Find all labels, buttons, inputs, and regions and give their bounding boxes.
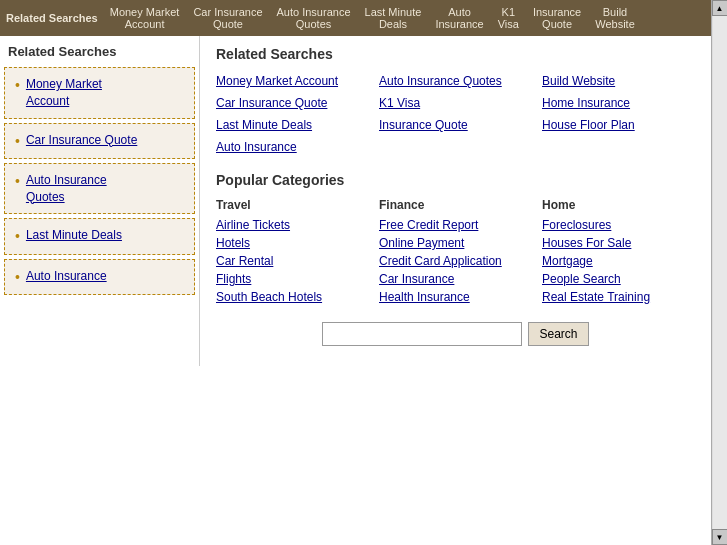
finance-link-1[interactable]: Online Payment bbox=[379, 234, 532, 252]
bullet-icon: • bbox=[15, 132, 20, 150]
scroll-track[interactable] bbox=[713, 16, 727, 529]
travel-link-4[interactable]: South Beach Hotels bbox=[216, 288, 369, 306]
popular-categories-title: Popular Categories bbox=[216, 172, 695, 188]
scroll-down-button[interactable]: ▼ bbox=[712, 529, 728, 545]
related-link-7[interactable]: Insurance Quote bbox=[379, 116, 532, 134]
nav-label: Related Searches bbox=[6, 12, 98, 24]
sidebar-title: Related Searches bbox=[4, 44, 195, 59]
nav-item-3[interactable]: Last MinuteDeals bbox=[359, 4, 428, 32]
bullet-icon: • bbox=[15, 268, 20, 286]
sidebar: Related Searches • Money MarketAccount •… bbox=[0, 36, 200, 366]
home-link-4[interactable]: Real Estate Training bbox=[542, 288, 695, 306]
sidebar-link-1[interactable]: Car Insurance Quote bbox=[26, 132, 137, 149]
home-link-1[interactable]: Houses For Sale bbox=[542, 234, 695, 252]
bullet-icon: • bbox=[15, 227, 20, 245]
home-heading: Home bbox=[542, 198, 695, 212]
nav-item-5[interactable]: K1Visa bbox=[492, 4, 525, 32]
nav-item-4[interactable]: AutoInsurance bbox=[429, 4, 489, 32]
nav-item-7[interactable]: BuildWebsite bbox=[589, 4, 641, 32]
finance-column: Finance Free Credit Report Online Paymen… bbox=[379, 198, 532, 306]
search-input[interactable] bbox=[322, 322, 522, 346]
finance-link-4[interactable]: Health Insurance bbox=[379, 288, 532, 306]
finance-heading: Finance bbox=[379, 198, 532, 212]
home-link-3[interactable]: People Search bbox=[542, 270, 695, 288]
related-searches-title: Related Searches bbox=[216, 46, 695, 62]
related-link-2[interactable]: Build Website bbox=[542, 72, 695, 90]
related-link-4[interactable]: K1 Visa bbox=[379, 94, 532, 112]
content-area: Related Searches Money Market Account Au… bbox=[200, 36, 711, 366]
home-column: Home Foreclosures Houses For Sale Mortga… bbox=[542, 198, 695, 306]
finance-link-3[interactable]: Car Insurance bbox=[379, 270, 532, 288]
related-links-grid: Money Market Account Auto Insurance Quot… bbox=[216, 72, 695, 156]
nav-item-0[interactable]: Money MarketAccount bbox=[104, 4, 186, 32]
bullet-icon: • bbox=[15, 172, 20, 190]
related-link-9[interactable]: Auto Insurance bbox=[216, 138, 369, 156]
related-link-6[interactable]: Last Minute Deals bbox=[216, 116, 369, 134]
finance-link-2[interactable]: Credit Card Application bbox=[379, 252, 532, 270]
related-link-3[interactable]: Car Insurance Quote bbox=[216, 94, 369, 112]
nav-item-2[interactable]: Auto InsuranceQuotes bbox=[271, 4, 357, 32]
related-searches-section: Related Searches Money Market Account Au… bbox=[216, 46, 695, 156]
main-layout: Related Searches • Money MarketAccount •… bbox=[0, 36, 711, 366]
related-link-1[interactable]: Auto Insurance Quotes bbox=[379, 72, 532, 90]
sidebar-item-2[interactable]: • Auto InsuranceQuotes bbox=[4, 163, 195, 215]
bullet-icon: • bbox=[15, 76, 20, 94]
travel-link-0[interactable]: Airline Tickets bbox=[216, 216, 369, 234]
sidebar-item-3[interactable]: • Last Minute Deals bbox=[4, 218, 195, 254]
home-link-0[interactable]: Foreclosures bbox=[542, 216, 695, 234]
top-nav-bar: Related Searches Money MarketAccount Car… bbox=[0, 0, 711, 36]
related-link-8[interactable]: House Floor Plan bbox=[542, 116, 695, 134]
sidebar-link-2[interactable]: Auto InsuranceQuotes bbox=[26, 172, 107, 206]
categories-grid: Travel Airline Tickets Hotels Car Rental… bbox=[216, 198, 695, 306]
travel-link-3[interactable]: Flights bbox=[216, 270, 369, 288]
nav-item-6[interactable]: InsuranceQuote bbox=[527, 4, 587, 32]
finance-link-0[interactable]: Free Credit Report bbox=[379, 216, 532, 234]
travel-heading: Travel bbox=[216, 198, 369, 212]
popular-categories-section: Popular Categories Travel Airline Ticket… bbox=[216, 172, 695, 306]
related-link-0[interactable]: Money Market Account bbox=[216, 72, 369, 90]
related-link-5[interactable]: Home Insurance bbox=[542, 94, 695, 112]
scrollbar: ▲ ▼ bbox=[711, 0, 727, 545]
sidebar-link-4[interactable]: Auto Insurance bbox=[26, 268, 107, 285]
home-link-2[interactable]: Mortgage bbox=[542, 252, 695, 270]
search-button[interactable]: Search bbox=[528, 322, 588, 346]
sidebar-link-0[interactable]: Money MarketAccount bbox=[26, 76, 102, 110]
sidebar-item-4[interactable]: • Auto Insurance bbox=[4, 259, 195, 295]
sidebar-link-3[interactable]: Last Minute Deals bbox=[26, 227, 122, 244]
search-bar: Search bbox=[216, 306, 695, 356]
sidebar-item-0[interactable]: • Money MarketAccount bbox=[4, 67, 195, 119]
nav-item-1[interactable]: Car InsuranceQuote bbox=[187, 4, 268, 32]
travel-column: Travel Airline Tickets Hotels Car Rental… bbox=[216, 198, 369, 306]
scroll-up-button[interactable]: ▲ bbox=[712, 0, 728, 16]
travel-link-2[interactable]: Car Rental bbox=[216, 252, 369, 270]
sidebar-item-1[interactable]: • Car Insurance Quote bbox=[4, 123, 195, 159]
travel-link-1[interactable]: Hotels bbox=[216, 234, 369, 252]
